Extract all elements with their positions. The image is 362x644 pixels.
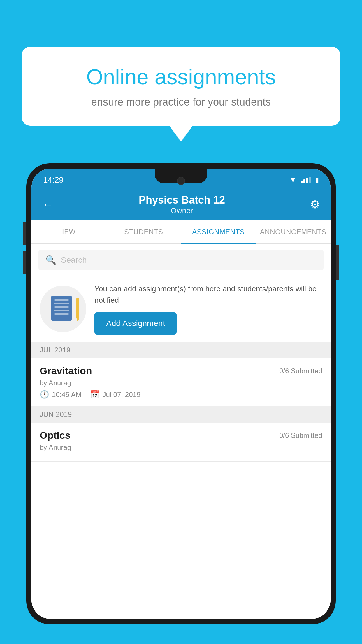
search-placeholder: Search	[61, 256, 87, 265]
search-icon: 🔍	[45, 255, 56, 265]
section-header-jun-2019: JUN 2019	[31, 406, 331, 423]
status-icons: ▼ ▮	[289, 176, 319, 184]
assignment-author-gravitation: by Anurag	[40, 379, 322, 387]
assignment-submitted-optics: 0/6 Submitted	[279, 431, 322, 440]
phone-screen: 14:29 ▼ ▮ ← Physics Batch 12	[31, 169, 331, 619]
phone-outer: 14:29 ▼ ▮ ← Physics Batch 12	[26, 163, 336, 624]
phone-notch	[155, 169, 207, 183]
assignment-submitted-gravitation: 0/6 Submitted	[279, 367, 322, 375]
speech-bubble-container: Online assignments ensure more practice …	[22, 47, 340, 142]
back-button[interactable]: ←	[42, 198, 54, 211]
add-assignment-button[interactable]: Add Assignment	[94, 312, 177, 335]
promo-description: You can add assignment(s) from here and …	[94, 283, 322, 306]
assignment-time-gravitation: 🕐 10:45 AM	[40, 390, 81, 399]
assignment-author-optics: by Anurag	[40, 443, 322, 452]
battery-icon: ▮	[315, 176, 319, 184]
status-time: 14:29	[43, 175, 64, 185]
promo-card: You can add assignment(s) from here and …	[31, 276, 331, 342]
search-container: 🔍 Search	[31, 244, 331, 276]
assignment-meta-gravitation: 🕐 10:45 AM 📅 Jul 07, 2019	[40, 390, 322, 399]
content-area: 🔍 Search	[31, 244, 331, 619]
phone-container: 14:29 ▼ ▮ ← Physics Batch 12	[26, 163, 336, 644]
speech-bubble-arrow	[169, 126, 193, 142]
section-header-jul-2019: JUL 2019	[31, 342, 331, 358]
assignment-time-value: 10:45 AM	[52, 391, 81, 399]
clock-icon: 🕐	[40, 390, 49, 399]
assignment-title-gravitation: Gravitation	[40, 365, 92, 377]
assignment-date-value: Jul 07, 2019	[102, 391, 140, 399]
assignment-date-gravitation: 📅 Jul 07, 2019	[90, 390, 140, 399]
header-title-container: Physics Batch 12 Owner	[139, 194, 225, 215]
tab-students[interactable]: STUDENTS	[106, 220, 181, 243]
assignment-icon-circle	[40, 286, 86, 332]
tab-announcements[interactable]: ANNOUNCEMENTS	[256, 220, 331, 243]
tab-bar: IEW STUDENTS ASSIGNMENTS ANNOUNCEMENTS	[31, 220, 331, 244]
header-title: Physics Batch 12	[139, 194, 225, 206]
section-header-jun-2019-label: JUN 2019	[40, 410, 72, 418]
assignment-item-optics[interactable]: Optics 0/6 Submitted by Anurag	[31, 423, 331, 462]
search-bar[interactable]: 🔍 Search	[38, 250, 324, 270]
phone-side-button-power	[336, 245, 339, 280]
header-subtitle: Owner	[139, 206, 225, 215]
speech-bubble: Online assignments ensure more practice …	[22, 47, 340, 126]
speech-bubble-title: Online assignments	[42, 64, 320, 90]
phone-camera	[177, 177, 185, 185]
speech-bubble-subtitle: ensure more practice for your students	[42, 96, 320, 108]
phone-side-button-vol-down	[23, 251, 26, 274]
settings-icon[interactable]: ⚙	[310, 198, 320, 211]
promo-content: You can add assignment(s) from here and …	[94, 283, 322, 335]
signal-icon	[301, 177, 311, 183]
section-header-jul-2019-label: JUL 2019	[40, 346, 71, 354]
phone-side-button-vol-up	[23, 222, 26, 245]
assignment-title-optics: Optics	[40, 430, 71, 441]
tab-overview[interactable]: IEW	[31, 220, 106, 243]
app-header: ← Physics Batch 12 Owner ⚙	[31, 188, 331, 220]
tab-assignments[interactable]: ASSIGNMENTS	[181, 220, 256, 243]
calendar-icon: 📅	[90, 390, 99, 399]
wifi-icon: ▼	[289, 176, 296, 184]
notebook-icon	[51, 296, 75, 322]
assignment-item-gravitation[interactable]: Gravitation 0/6 Submitted by Anurag 🕐 10…	[31, 358, 331, 406]
